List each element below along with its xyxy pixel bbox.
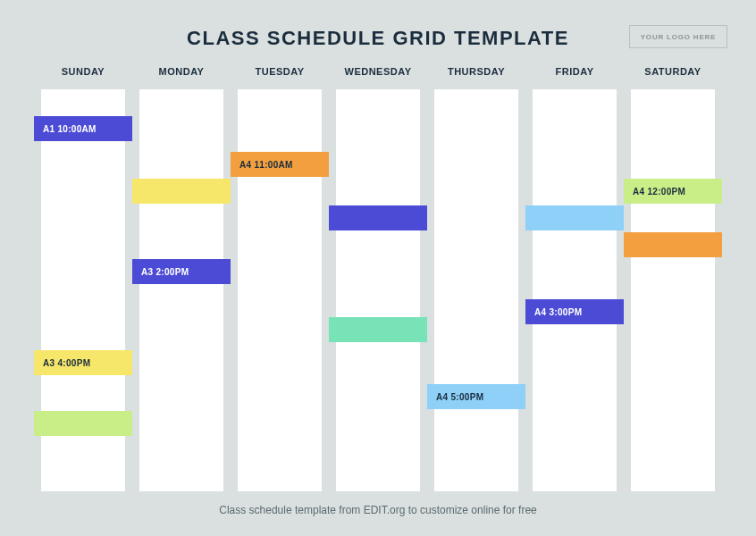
event-block[interactable]: A3 4:00PM: [34, 350, 132, 375]
event-block[interactable]: [329, 317, 427, 342]
day-track: A1 10:00AM A3 4:00PM: [41, 89, 125, 491]
day-column-tuesday: TUESDAY A4 11:00AM: [238, 66, 322, 491]
event-block[interactable]: [34, 411, 132, 436]
logo-placeholder[interactable]: YOUR LOGO HERE: [629, 25, 727, 48]
day-column-sunday: SUNDAY A1 10:00AM A3 4:00PM: [41, 66, 125, 491]
day-header: SATURDAY: [644, 66, 701, 89]
day-track: A4 11:00AM: [238, 89, 322, 491]
day-column-thursday: THURSDAY A4 5:00PM: [434, 66, 518, 491]
day-header: WEDNESDAY: [345, 66, 412, 89]
day-header: TUESDAY: [255, 66, 304, 89]
logo-text: YOUR LOGO HERE: [641, 33, 717, 41]
day-track: [336, 89, 420, 491]
event-block[interactable]: A1 10:00AM: [34, 116, 132, 141]
day-track: A4 5:00PM: [434, 89, 518, 491]
event-block[interactable]: [132, 179, 231, 204]
schedule-grid: SUNDAY A1 10:00AM A3 4:00PM MONDAY A3 2:…: [0, 66, 756, 491]
footer-text: Class schedule template from EDIT.org to…: [0, 504, 756, 516]
event-block[interactable]: [525, 205, 624, 230]
day-track: A4 12:00PM: [631, 89, 715, 491]
event-block[interactable]: A4 3:00PM: [525, 299, 624, 324]
day-header: FRIDAY: [556, 66, 594, 89]
event-block[interactable]: A3 2:00PM: [132, 259, 231, 284]
day-column-monday: MONDAY A3 2:00PM: [139, 66, 223, 491]
day-column-friday: FRIDAY A4 3:00PM: [533, 66, 617, 491]
day-track: A4 3:00PM: [533, 89, 617, 491]
day-column-saturday: SATURDAY A4 12:00PM: [631, 66, 715, 491]
day-column-wednesday: WEDNESDAY: [336, 66, 420, 491]
event-block[interactable]: [624, 232, 722, 257]
day-header: SUNDAY: [62, 66, 105, 89]
event-block[interactable]: A4 11:00AM: [231, 152, 329, 177]
day-track: A3 2:00PM: [139, 89, 223, 491]
event-block[interactable]: A4 5:00PM: [427, 384, 525, 409]
event-block[interactable]: [329, 205, 427, 230]
day-header: MONDAY: [159, 66, 205, 89]
event-block[interactable]: A4 12:00PM: [624, 179, 722, 204]
day-header: THURSDAY: [448, 66, 505, 89]
